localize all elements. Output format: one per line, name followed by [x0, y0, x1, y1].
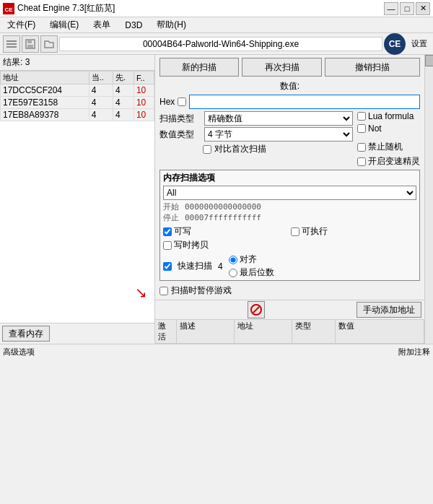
not-checkbox[interactable]: [357, 124, 366, 133]
lua-formula-label: Lua formula: [368, 111, 414, 121]
writable-row: 可写: [163, 225, 289, 238]
svg-text:CE: CE: [4, 6, 13, 13]
lastbit-radio[interactable]: [229, 269, 237, 277]
memory-scan-section: 内存扫描选项 All 开始 0000000000000000 停止 00007f…: [159, 170, 420, 281]
scan-type-label: 扫描类型: [159, 113, 200, 125]
fastscan-checkbox[interactable]: [163, 262, 172, 271]
addr-cell: 17E597E3158: [1, 97, 89, 109]
title-bar: CE Cheat Engine 7.3[红筋苋] — □ ✕: [0, 0, 433, 17]
result-count: 结果: 3: [0, 55, 154, 71]
hex-checkbox[interactable]: [178, 97, 186, 106]
fastscan-label: 快速扫描: [178, 260, 212, 272]
app-icon: CE: [3, 3, 14, 14]
value-row: 数值:: [159, 80, 420, 92]
address-table: 地址 当.. 先. F.. 17DCC5CF204 4 4 10 17E597E…: [0, 71, 154, 121]
pause-game-checkbox[interactable]: [159, 287, 168, 295]
table-row[interactable]: 17E597E3158 4 4 10: [1, 97, 154, 109]
fastscan-row: 快速扫描 4 对齐 最后位数: [163, 253, 416, 279]
menu-table[interactable]: 表单: [89, 18, 115, 32]
status-right[interactable]: 附加注释: [398, 347, 430, 357]
cow-checkbox[interactable]: [163, 241, 172, 250]
view-memory-button[interactable]: 查看内存: [2, 326, 50, 342]
table-row[interactable]: 17EB8A89378 4 4 10: [1, 109, 154, 121]
col-desc: 描述: [177, 320, 235, 343]
svg-rect-2: [6, 40, 17, 42]
pause-game-label: 扫描时暂停游戏: [171, 284, 232, 297]
start-label: 开始: [163, 201, 182, 212]
mem-select[interactable]: All: [163, 186, 416, 200]
align-radio[interactable]: [229, 256, 237, 264]
add-address-button[interactable]: 手动添加地址: [357, 302, 421, 318]
value-center: 数值:: [159, 80, 420, 92]
col-value: 数值: [336, 320, 424, 343]
menu-help[interactable]: 帮助(H): [152, 18, 191, 32]
value-type-label: 数值类型: [159, 129, 200, 141]
settings-label[interactable]: 设置: [408, 37, 430, 51]
new-scan-button[interactable]: 新的扫描: [159, 58, 239, 77]
toolbar-save-btn[interactable]: [22, 35, 39, 53]
lastbit-option: 最后位数: [229, 266, 274, 279]
align-options: 对齐 最后位数: [229, 253, 274, 279]
curr-cell: 4: [89, 109, 113, 121]
curr-cell: 4: [89, 97, 113, 109]
open-transform-checkbox[interactable]: [357, 157, 366, 166]
writable-checkbox[interactable]: [163, 227, 172, 236]
arrow-area: ↘: [0, 121, 154, 323]
menu-d3d[interactable]: D3D: [121, 19, 146, 31]
scroll-thumb[interactable]: [425, 55, 433, 66]
stop-button[interactable]: [248, 301, 265, 318]
lastbit-label: 最后位数: [240, 266, 274, 279]
menu-edit[interactable]: 编辑(E): [45, 18, 83, 32]
executable-checkbox[interactable]: [291, 227, 299, 236]
toolbar-open-btn[interactable]: [3, 35, 20, 53]
no-random-label: 禁止随机: [368, 141, 403, 153]
pause-row: 扫描时暂停游戏: [159, 284, 420, 297]
stop-range-row: 停止 00007fffffffffff: [163, 212, 416, 223]
menu-bar: 文件(F) 编辑(E) 表单 D3D 帮助(H): [0, 17, 433, 33]
svg-rect-3: [6, 43, 17, 45]
writable-label: 可写: [174, 225, 191, 238]
executable-label: 可执行: [302, 225, 328, 238]
table-row[interactable]: 17DCC5CF204 4 4 10: [1, 84, 154, 97]
svg-rect-7: [27, 45, 33, 48]
value-input[interactable]: 4: [189, 95, 420, 109]
lua-formula-checkbox[interactable]: [357, 112, 366, 121]
value-type-select[interactable]: 4 字节: [204, 127, 353, 142]
no-random-checkbox[interactable]: [357, 143, 366, 152]
minimize-button[interactable]: —: [384, 2, 398, 15]
executable-row: 可执行: [291, 225, 417, 238]
prev-cell: 4: [113, 84, 134, 97]
scan-type-area: 扫描类型 精确数值 数值类型 4 字节: [159, 111, 420, 168]
scan-type-select[interactable]: 精确数值: [204, 111, 353, 126]
f-cell: 10: [134, 109, 154, 121]
bottom-left-buttons: 查看内存: [0, 323, 154, 344]
col-addr: 地址: [235, 320, 292, 343]
scrollbar[interactable]: [424, 55, 433, 344]
title-bar-left: CE Cheat Engine 7.3[红筋苋]: [3, 2, 115, 14]
mem-checkboxes: 可写 可执行 写时拷贝: [163, 225, 416, 251]
menu-file[interactable]: 文件(F): [3, 18, 40, 32]
window-controls: — □ ✕: [384, 2, 430, 15]
prev-cell: 4: [113, 97, 134, 109]
ce-logo: CE: [384, 33, 406, 55]
next-scan-button[interactable]: 再次扫描: [242, 58, 321, 77]
col-current: 当..: [89, 71, 113, 84]
value-type-row: 数值类型 4 字节: [159, 127, 353, 142]
align-option: 对齐: [229, 253, 274, 266]
cow-label: 写时拷贝: [174, 239, 209, 251]
left-panel: 结果: 3 地址 当.. 先. F.. 17DCC5CF204 4 4 10: [0, 55, 155, 344]
addr-cell: 17EB8A89378: [1, 109, 89, 121]
close-button[interactable]: ✕: [416, 2, 430, 15]
curr-cell: 4: [89, 84, 113, 97]
maximize-button[interactable]: □: [400, 2, 414, 15]
status-left[interactable]: 高级选项: [3, 347, 35, 357]
col-f: F..: [134, 71, 154, 84]
col-prev: 先.: [113, 71, 134, 84]
lua-formula-row: Lua formula: [357, 111, 420, 121]
start-range-row: 开始 0000000000000000: [163, 201, 416, 212]
align-label: 对齐: [240, 253, 257, 266]
no-random-row: 禁止随机: [357, 141, 420, 153]
compare-first-checkbox[interactable]: [203, 145, 211, 154]
cancel-scan-button[interactable]: 撤销扫描: [325, 58, 420, 77]
toolbar-load-btn[interactable]: [40, 35, 58, 53]
